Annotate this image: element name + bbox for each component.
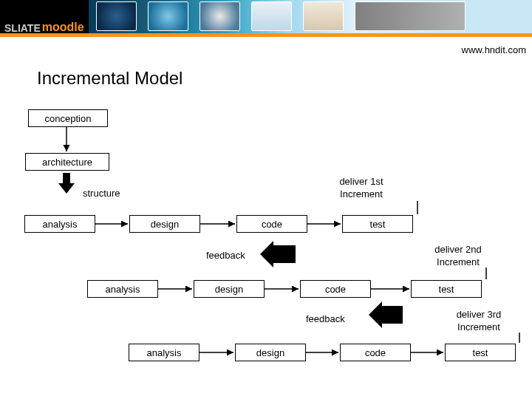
label-deliver-2nd: deliver 2nd Increment [414,244,502,269]
box-analysis-2: analysis [87,280,158,298]
page-title: Incremental Model [37,68,183,89]
logo-text-sliate: SLIATE [4,22,41,34]
box-code-2: code [300,280,371,298]
logo-text-moodle: moodle [42,21,84,34]
box-architecture: architecture [25,153,109,171]
header-banner: SLIATE moodle [0,0,532,37]
label-feedback-1: feedback [206,250,245,262]
box-test-3: test [445,344,516,361]
box-analysis-1: analysis [24,215,95,233]
svg-marker-6 [260,241,296,267]
svg-marker-1 [58,173,75,194]
logo-block: SLIATE moodle [0,0,89,37]
box-test-1: test [342,215,413,233]
box-design-3: design [235,344,306,361]
banner-image-strip [89,0,532,33]
box-conception: conception [28,109,108,127]
label-deliver-3rd: deliver 3rd Increment [434,309,523,334]
website-url: www.hndit.com [462,44,526,55]
label-structure: structure [83,188,120,200]
label-deliver-1st: deliver 1st Increment [317,176,406,201]
svg-marker-11 [369,301,403,328]
box-code-1: code [236,215,307,233]
diagram-arrows [0,0,532,399]
box-design-2: design [194,280,265,298]
box-code-3: code [340,344,411,361]
label-feedback-2: feedback [306,313,345,326]
box-test-2: test [411,280,482,298]
box-analysis-3: analysis [129,344,200,361]
banner-orange-bar [0,33,532,37]
box-design-1: design [129,215,200,233]
